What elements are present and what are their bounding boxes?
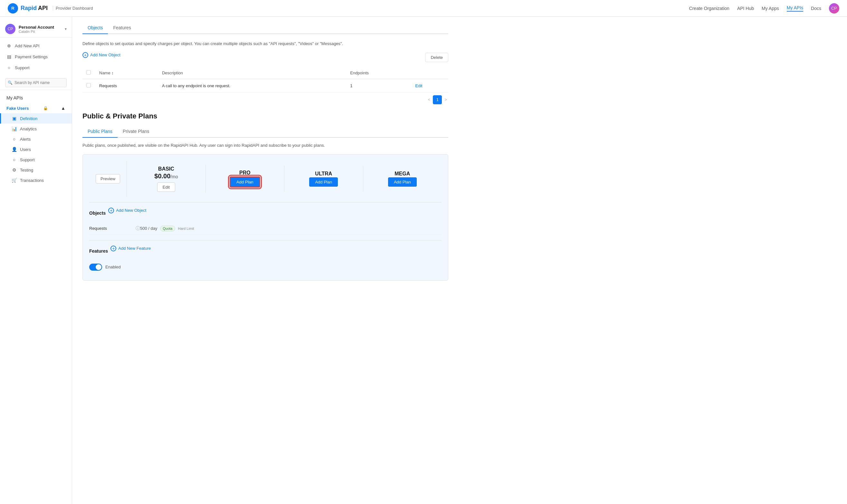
nav-docs[interactable]: Docs xyxy=(811,6,821,11)
features-header: Features + Add New Feature xyxy=(89,246,442,256)
edit-link[interactable]: Edit xyxy=(415,83,422,88)
support-label: Support xyxy=(15,65,30,70)
sidebar-item-support[interactable]: ○ Support xyxy=(0,155,72,165)
plan-pro-add-btn[interactable]: Add Plan xyxy=(230,176,260,187)
plus-icon-feature: + xyxy=(110,246,116,251)
tab-objects[interactable]: Objects xyxy=(83,22,108,34)
provider-dashboard-label: Provider Dashboard xyxy=(53,6,93,11)
add-api-label: Add New API xyxy=(15,43,40,48)
row-description: A call to any endpoint is one request. xyxy=(158,79,346,92)
account-name: Personal Account xyxy=(19,25,61,30)
plan-basic-amount: $0.00 xyxy=(154,173,170,180)
objects-description: Define objects to set quotas and specify… xyxy=(83,40,448,47)
plan-mega-add-btn[interactable]: Add Plan xyxy=(388,177,417,187)
analytics-label: Analytics xyxy=(20,126,37,131)
plan-ultra-add-btn[interactable]: Add Plan xyxy=(309,177,338,187)
quota-badge: Quota xyxy=(160,226,176,231)
plans-obj-qty: 500 / day xyxy=(140,226,158,231)
brand-rapid: Rapid xyxy=(21,5,37,12)
nav-my-apis[interactable]: My APIs xyxy=(787,5,803,12)
sidebar-item-payment-settings[interactable]: ▤ Payment Settings xyxy=(0,51,72,62)
select-all-checkbox[interactable] xyxy=(86,70,91,75)
chevron-down-icon: ▾ xyxy=(65,27,67,31)
info-icon[interactable]: ⓘ xyxy=(136,226,140,231)
plans-grid: Preview BASIC $0.00/mo Edit PRO Add Plan xyxy=(89,161,442,197)
account-avatar: CP xyxy=(5,24,15,34)
account-switcher[interactable]: CP Personal Account Catalin Pit ▾ xyxy=(0,21,72,38)
add-api-icon: ⊕ xyxy=(6,43,12,48)
nav-api-hub[interactable]: API Hub xyxy=(737,6,754,11)
plan-mega-name: MEGA xyxy=(367,171,438,177)
search-input[interactable] xyxy=(5,78,67,87)
plan-basic-name: BASIC xyxy=(131,166,201,172)
hard-limit-label: Hard Limit xyxy=(178,227,194,231)
add-new-object-btn-top[interactable]: + Add New Object xyxy=(83,52,121,58)
sub-support-icon: ○ xyxy=(12,157,17,162)
definition-icon: ▣ xyxy=(12,116,17,121)
pagination: < 1 > xyxy=(83,95,448,104)
plans-object-row: Requests ⓘ 500 / day Quota Hard Limit xyxy=(89,222,442,235)
definition-label: Definition xyxy=(20,116,37,121)
my-apis-header[interactable]: My APIs xyxy=(0,93,72,103)
next-page-btn[interactable]: > xyxy=(443,97,448,102)
enabled-label: Enabled xyxy=(105,265,121,269)
tab-features[interactable]: Features xyxy=(108,22,136,34)
transactions-icon: 🛒 xyxy=(12,178,17,183)
prev-page-btn[interactable]: < xyxy=(427,97,432,102)
sidebar-item-definition[interactable]: ▣ Definition xyxy=(0,113,72,124)
search-wrap: 🔍 xyxy=(5,78,67,87)
plan-mega: MEGA Add Plan xyxy=(363,166,442,192)
sidebar-item-alerts[interactable]: ○ Alerts xyxy=(0,134,72,144)
plans-objects-header: Objects + Add New Object xyxy=(89,208,442,218)
account-sub: Catalin Pit xyxy=(19,30,61,34)
row-checkbox[interactable] xyxy=(86,83,91,88)
top-navigation: R RapidAPI Provider Dashboard Create Org… xyxy=(0,0,847,17)
support-icon: ○ xyxy=(6,65,12,70)
enabled-toggle[interactable] xyxy=(89,264,102,271)
sidebar-item-users[interactable]: 👤 Users xyxy=(0,144,72,155)
page-layout: CP Personal Account Catalin Pit ▾ ⊕ Add … xyxy=(0,17,847,504)
sidebar-item-add-new-api[interactable]: ⊕ Add New API xyxy=(0,40,72,51)
preview-button[interactable]: Preview xyxy=(96,174,120,183)
sidebar-item-transactions[interactable]: 🛒 Transactions xyxy=(0,175,72,185)
feature-toggle-row: Enabled xyxy=(89,260,442,274)
collapse-icon: ▲ xyxy=(61,106,65,111)
plus-icon-plans: + xyxy=(108,208,114,213)
row-name: Requests xyxy=(95,79,158,92)
sidebar-item-analytics[interactable]: 📊 Analytics xyxy=(0,124,72,134)
sidebar-item-testing[interactable]: ⚙ Testing xyxy=(0,165,72,175)
table-row: Requests A call to any endpoint is one r… xyxy=(83,79,448,92)
alerts-label: Alerts xyxy=(20,137,31,142)
page-1-btn[interactable]: 1 xyxy=(433,95,442,104)
add-new-feature-label: Add New Feature xyxy=(118,246,151,251)
plan-basic-price: $0.00/mo xyxy=(131,173,201,180)
lock-icon: 🔒 xyxy=(43,106,48,110)
col-name: Name ↕ xyxy=(95,67,158,79)
nav-create-organization[interactable]: Create Organization xyxy=(689,6,729,11)
nav-my-apps[interactable]: My Apps xyxy=(762,6,779,11)
api-search-area: 🔍 xyxy=(0,76,72,90)
nav-brand: R RapidAPI Provider Dashboard xyxy=(8,3,93,14)
add-new-feature-btn[interactable]: + Add New Feature xyxy=(110,246,151,251)
plan-basic-edit-btn[interactable]: Edit xyxy=(157,182,175,192)
tab-public-plans[interactable]: Public Plans xyxy=(83,126,118,138)
users-icon: 👤 xyxy=(12,147,17,152)
objects-sub-title: Objects xyxy=(89,211,106,216)
plan-tabs: Public Plans Private Plans xyxy=(83,126,448,138)
tab-private-plans[interactable]: Private Plans xyxy=(118,126,154,138)
sidebar-item-support[interactable]: ○ Support xyxy=(0,62,72,73)
alerts-icon: ○ xyxy=(12,137,17,142)
delete-button[interactable]: Delete xyxy=(425,53,448,62)
add-new-object-btn-plans[interactable]: + Add New Object xyxy=(108,208,146,213)
my-apis-label: My APIs xyxy=(6,95,23,101)
my-apis-section: My APIs Fake Users 🔒 ▲ ▣ Definition 📊 An… xyxy=(0,90,72,188)
plan-pro-name: PRO xyxy=(210,170,280,176)
plan-basic: BASIC $0.00/mo Edit xyxy=(127,161,205,197)
features-section: Features + Add New Feature Enabled xyxy=(89,240,442,274)
page-tabs: Objects Features xyxy=(83,17,448,34)
toggle-knob xyxy=(96,264,102,270)
plan-pro: PRO Add Plan xyxy=(206,165,284,193)
plan-ultra: ULTRA Add Plan xyxy=(284,166,363,192)
user-avatar[interactable]: CP xyxy=(829,3,839,14)
fake-users-api[interactable]: Fake Users 🔒 ▲ xyxy=(0,103,72,113)
